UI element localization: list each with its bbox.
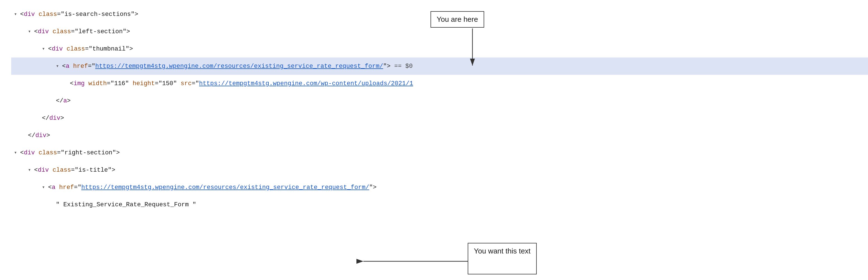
triangle-icon-4: ▾ (56, 64, 61, 69)
code-line-3: ▾ <div class="thumbnail"> (11, 40, 868, 58)
code-content-3: <div class="thumbnail"> (48, 45, 133, 53)
triangle-icon-1: ▾ (14, 12, 19, 17)
code-content-5: <img width="116" height="150" src="https… (70, 80, 413, 87)
code-content-8: </div> (28, 132, 50, 139)
code-line-6: </a> (11, 92, 868, 109)
code-line-9: ▾ <div class="right-section"> (11, 144, 868, 161)
triangle-icon-2: ▾ (28, 29, 33, 34)
code-line-10: ▾ <div class="is-title"> (11, 161, 868, 179)
annotation-here-label: You are here (437, 15, 478, 24)
code-content-1: <div class="is-search-sections"> (20, 11, 138, 18)
code-line-4: ▾ <a href="https://tempgtm4stg.wpengine.… (11, 58, 868, 75)
triangle-icon-11: ▾ (42, 185, 47, 190)
code-content-12: " Existing_Service_Rate_Request_Form " (56, 201, 196, 208)
code-content-7: </div> (42, 115, 64, 122)
devtools-panel: ▾ <div class="is-search-sections"> ▾ <di… (0, 0, 868, 280)
code-content-2: <div class="left-section"> (34, 28, 130, 35)
annotation-you-want-text: You want this text (468, 243, 537, 274)
code-line-11: ▾ <a href="https://tempgtm4stg.wpengine.… (11, 179, 868, 196)
code-line-8: </div> (11, 127, 868, 144)
triangle-icon-10: ▾ (28, 168, 33, 173)
annotation-you-are-here: You are here (431, 11, 484, 28)
code-line-5: <img width="116" height="150" src="https… (11, 75, 868, 92)
code-content-10: <div class="is-title"> (34, 167, 115, 174)
arrow-want (112, 243, 503, 280)
code-content-11: <a href="https://tempgtm4stg.wpengine.co… (48, 184, 377, 191)
annotation-want-label: You want this text (474, 247, 531, 255)
triangle-icon-9: ▾ (14, 150, 19, 155)
code-view: ▾ <div class="is-search-sections"> ▾ <di… (0, 6, 868, 213)
code-content-9: <div class="right-section"> (20, 149, 120, 156)
code-line-7: </div> (11, 109, 868, 127)
code-line-12: " Existing_Service_Rate_Request_Form " (11, 196, 868, 213)
code-content-4: <a href="https://tempgtm4stg.wpengine.co… (62, 63, 413, 70)
code-content-6: </a> (56, 97, 71, 104)
triangle-icon-3: ▾ (42, 46, 47, 51)
